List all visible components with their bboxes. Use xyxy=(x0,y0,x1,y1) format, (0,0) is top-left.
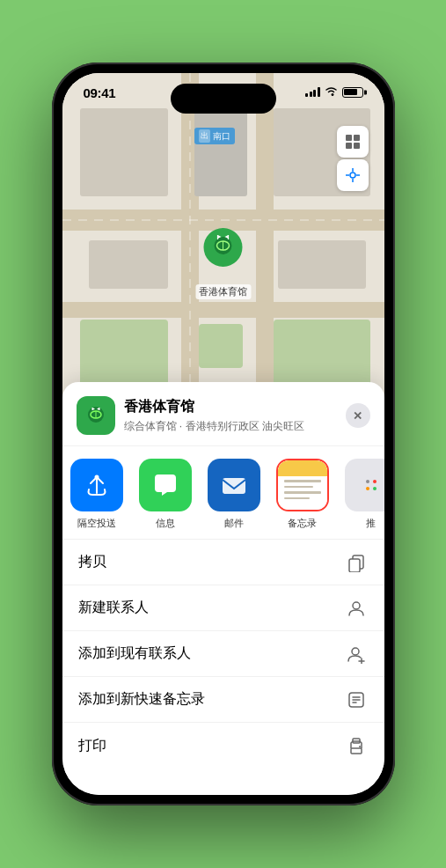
place-icon xyxy=(77,396,115,435)
svg-point-43 xyxy=(353,602,360,609)
wifi-icon xyxy=(325,85,338,99)
svg-rect-10 xyxy=(278,240,366,289)
place-info: 香港体育馆 综合体育馆 · 香港特别行政区 油尖旺区 xyxy=(124,398,346,434)
quick-note-label: 添加到新快速备忘录 xyxy=(78,690,205,709)
svg-point-39 xyxy=(94,475,99,480)
dynamic-island xyxy=(171,84,276,114)
svg-rect-40 xyxy=(223,478,245,494)
svg-rect-16 xyxy=(354,135,360,141)
svg-rect-8 xyxy=(89,240,168,289)
pin-label: 香港体育馆 xyxy=(195,284,251,299)
battery-icon xyxy=(342,87,363,98)
svg-rect-18 xyxy=(354,143,360,149)
add-contact-label: 添加到现有联系人 xyxy=(78,644,191,663)
map-view-button[interactable] xyxy=(337,126,369,158)
svg-rect-14 xyxy=(199,324,243,368)
svg-point-44 xyxy=(352,648,359,655)
more-label: 推 xyxy=(366,517,376,530)
close-button[interactable]: ✕ xyxy=(346,403,370,428)
note-icon xyxy=(344,688,369,712)
share-app-mail[interactable]: 邮件 xyxy=(200,459,268,530)
location-button[interactable] xyxy=(337,159,369,191)
svg-rect-42 xyxy=(349,559,360,572)
svg-point-19 xyxy=(350,173,355,178)
notes-label: 备忘录 xyxy=(288,517,317,530)
new-contact-label: 新建联系人 xyxy=(78,599,149,617)
copy-label: 拷贝 xyxy=(78,553,106,571)
svg-rect-11 xyxy=(194,108,247,196)
messages-label: 信息 xyxy=(156,517,175,530)
map-pin: 香港体育馆 xyxy=(195,223,251,299)
action-new-contact[interactable]: 新建联系人 xyxy=(62,585,384,631)
more-icon xyxy=(345,459,384,511)
person-add-icon xyxy=(344,642,369,666)
map-controls xyxy=(337,126,369,191)
place-name: 香港体育馆 xyxy=(124,398,346,416)
notes-icon xyxy=(276,459,329,511)
phone-frame: 09:41 xyxy=(52,63,395,805)
action-copy[interactable]: 拷贝 xyxy=(62,540,384,585)
share-app-more[interactable]: 推 xyxy=(337,459,384,530)
status-time: 09:41 xyxy=(84,85,116,100)
airdrop-icon xyxy=(70,459,123,511)
place-header: 香港体育馆 综合体育馆 · 香港特别行政区 油尖旺区 ✕ xyxy=(62,382,384,446)
map-entrance-label: 出 南口 xyxy=(194,128,235,144)
phone-screen: 09:41 xyxy=(62,73,384,795)
svg-rect-51 xyxy=(351,748,362,754)
print-icon xyxy=(344,733,369,758)
print-label: 打印 xyxy=(78,737,106,755)
svg-rect-7 xyxy=(80,108,168,196)
mail-icon xyxy=(208,459,260,511)
action-quick-note[interactable]: 添加到新快速备忘录 xyxy=(62,677,384,723)
airdrop-label: 隔空投送 xyxy=(77,517,116,530)
svg-rect-15 xyxy=(346,135,352,141)
person-icon xyxy=(344,596,369,621)
svg-point-53 xyxy=(359,746,361,747)
copy-icon xyxy=(344,550,369,575)
action-print[interactable]: 打印 xyxy=(62,723,384,769)
share-apps-row: 隔空投送 信息 xyxy=(62,446,384,540)
action-add-contact[interactable]: 添加到现有联系人 xyxy=(62,631,384,677)
bottom-sheet: 香港体育馆 综合体育馆 · 香港特别行政区 油尖旺区 ✕ xyxy=(62,382,384,795)
mail-label: 邮件 xyxy=(224,517,244,530)
status-icons xyxy=(305,85,363,99)
signal-icon xyxy=(305,87,320,97)
svg-rect-2 xyxy=(62,302,384,318)
share-app-notes[interactable]: 备忘录 xyxy=(268,459,337,530)
share-app-airdrop[interactable]: 隔空投送 xyxy=(62,459,131,530)
share-app-messages[interactable]: 信息 xyxy=(131,459,200,530)
messages-icon xyxy=(139,459,192,511)
place-description: 综合体育馆 · 香港特别行政区 油尖旺区 xyxy=(124,419,346,434)
svg-rect-17 xyxy=(346,143,352,149)
